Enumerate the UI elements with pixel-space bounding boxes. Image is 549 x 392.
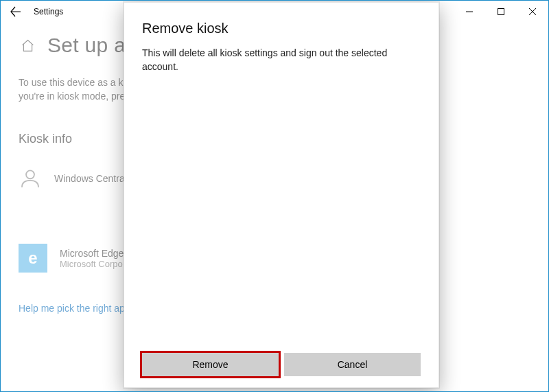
dialog-title: Remove kiosk	[142, 21, 421, 36]
svg-rect-0	[498, 9, 504, 15]
minimize-icon	[466, 8, 473, 15]
minimize-button[interactable]	[454, 1, 485, 23]
help-link[interactable]: Help me pick the right ap	[19, 303, 125, 314]
kiosk-app-label: Microsoft Edge Microsoft Corpo	[60, 248, 124, 269]
remove-button[interactable]: Remove	[142, 353, 279, 376]
user-icon	[19, 167, 42, 190]
window-title: Settings	[31, 7, 63, 16]
dialog-buttons: Remove Cancel	[142, 353, 421, 376]
svg-point-1	[26, 171, 34, 179]
edge-icon: e	[19, 244, 47, 273]
cancel-button[interactable]: Cancel	[284, 353, 421, 376]
kiosk-account-label: Windows Central	[54, 173, 127, 184]
maximize-icon	[498, 8, 504, 15]
dialog-body: This will delete all kiosk settings and …	[142, 46, 417, 74]
arrow-left-icon	[10, 6, 21, 17]
back-button[interactable]	[1, 1, 31, 23]
close-button[interactable]	[517, 1, 548, 23]
close-icon	[529, 8, 536, 15]
remove-kiosk-dialog: Remove kiosk This will delete all kiosk …	[124, 2, 439, 388]
home-icon[interactable]	[19, 36, 36, 54]
maximize-button[interactable]	[485, 1, 517, 23]
window-controls	[454, 1, 548, 23]
